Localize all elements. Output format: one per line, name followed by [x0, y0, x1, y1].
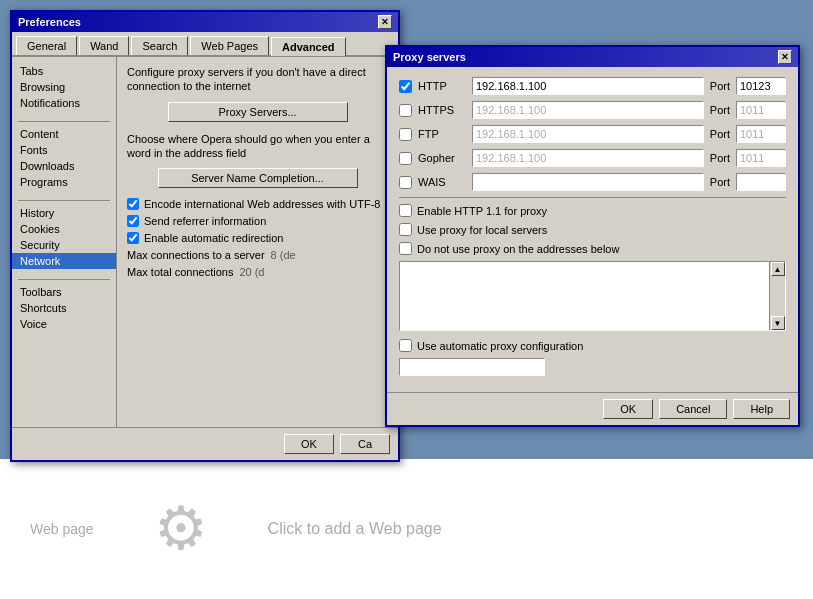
sidebar-item-network[interactable]: Network — [12, 253, 116, 269]
max-conn-server-label: Max connections to a server — [127, 249, 265, 261]
sidebar-item-toolbars[interactable]: Toolbars — [12, 284, 116, 300]
proxy-body: HTTP Port HTTPS Port FTP Port Gopher Por… — [387, 67, 798, 392]
proxy-ok-button[interactable]: OK — [603, 399, 653, 419]
preferences-footer: OK Ca — [12, 427, 398, 460]
proxy-http-checkbox[interactable] — [399, 80, 412, 93]
proxy-https-ip[interactable] — [472, 101, 704, 119]
proxy-ftp-port-label: Port — [710, 128, 730, 140]
preferences-sidebar: Tabs Browsing Notifications Content Font… — [12, 57, 117, 427]
sidebar-item-history[interactable]: History — [12, 205, 116, 221]
proxy-cancel-button[interactable]: Cancel — [659, 399, 727, 419]
proxy-servers-button[interactable]: Proxy Servers... — [168, 102, 348, 122]
proxy-title: Proxy servers — [393, 51, 466, 63]
proxy-https-checkbox[interactable] — [399, 104, 412, 117]
proxy-ftp-label: FTP — [418, 128, 466, 140]
proxy-auto-config-input-wrap — [399, 358, 786, 376]
proxy-row-http: HTTP Port — [399, 77, 786, 95]
proxy-http-port[interactable] — [736, 77, 786, 95]
checkbox-encode-label: Encode international Web addresses with … — [144, 198, 380, 210]
proxy-gopher-label: Gopher — [418, 152, 466, 164]
sidebar-separator-1 — [18, 121, 110, 122]
proxy-scrollbar: ▲ ▼ — [769, 262, 785, 330]
sidebar-item-programs[interactable]: Programs — [12, 174, 116, 190]
sidebar-group-2: Content Fonts Downloads Programs — [12, 126, 116, 190]
proxy-ftp-checkbox[interactable] — [399, 128, 412, 141]
proxy-gopher-port[interactable] — [736, 149, 786, 167]
web-page-label: Web page — [30, 521, 94, 537]
checkbox-encode: Encode international Web addresses with … — [127, 198, 388, 210]
proxy-no-proxy-input[interactable] — [400, 262, 769, 330]
proxy-auto-config-input[interactable] — [399, 358, 545, 376]
proxy-footer: OK Cancel Help — [387, 392, 798, 425]
preferences-ok-button[interactable]: OK — [284, 434, 334, 454]
proxy-wais-checkbox[interactable] — [399, 176, 412, 189]
tab-advanced[interactable]: Advanced — [271, 37, 346, 56]
max-conn-server-value: 8 (de — [271, 249, 296, 261]
sidebar-item-tabs[interactable]: Tabs — [12, 63, 116, 79]
proxy-wais-label: WAIS — [418, 176, 466, 188]
proxy-https-label: HTTPS — [418, 104, 466, 116]
proxy-noproxy-checkbox[interactable] — [399, 242, 412, 255]
server-name-completion-button[interactable]: Server Name Completion... — [158, 168, 358, 188]
proxy-no-proxy-area: ▲ ▼ — [399, 261, 786, 331]
sidebar-group-1: Tabs Browsing Notifications — [12, 63, 116, 111]
tab-web-pages[interactable]: Web Pages — [190, 36, 269, 55]
scroll-up-button[interactable]: ▲ — [771, 262, 785, 276]
max-conn-total-value: 20 (d — [239, 266, 264, 278]
max-conn-total-label: Max total connections — [127, 266, 233, 278]
proxy-row-https: HTTPS Port — [399, 101, 786, 119]
proxy-gopher-ip[interactable] — [472, 149, 704, 167]
sidebar-group-3: History Cookies Security Network — [12, 205, 116, 269]
bg-icon: ⚙ — [154, 499, 208, 559]
checkbox-referrer-input[interactable] — [127, 215, 139, 227]
proxy-wais-port-label: Port — [710, 176, 730, 188]
tab-general[interactable]: General — [16, 36, 77, 55]
proxy-divider — [399, 197, 786, 198]
proxy-auto-config-checkbox[interactable] — [399, 339, 412, 352]
proxy-https-port-label: Port — [710, 104, 730, 116]
sidebar-item-voice[interactable]: Voice — [12, 316, 116, 332]
tab-wand[interactable]: Wand — [79, 36, 129, 55]
proxy-noproxy-row: Do not use proxy on the addresses below — [399, 242, 786, 255]
sidebar-item-cookies[interactable]: Cookies — [12, 221, 116, 237]
proxy-wais-port[interactable] — [736, 173, 786, 191]
sidebar-item-fonts[interactable]: Fonts — [12, 142, 116, 158]
preferences-cancel-button[interactable]: Ca — [340, 434, 390, 454]
proxy-titlebar: Proxy servers ✕ — [387, 47, 798, 67]
sidebar-item-shortcuts[interactable]: Shortcuts — [12, 300, 116, 316]
sidebar-item-security[interactable]: Security — [12, 237, 116, 253]
preferences-close-button[interactable]: ✕ — [378, 15, 392, 29]
proxy-help-button[interactable]: Help — [733, 399, 790, 419]
proxy-gopher-checkbox[interactable] — [399, 152, 412, 165]
server-name-desc: Choose where Opera should go when you en… — [127, 132, 388, 161]
proxy-close-button[interactable]: ✕ — [778, 50, 792, 64]
proxy-row-gopher: Gopher Port — [399, 149, 786, 167]
bg-click-text[interactable]: Click to add a Web page — [268, 520, 442, 538]
proxy-http11-row: Enable HTTP 1.1 for proxy — [399, 204, 786, 217]
proxy-http-ip[interactable] — [472, 77, 704, 95]
sidebar-item-downloads[interactable]: Downloads — [12, 158, 116, 174]
proxy-https-port[interactable] — [736, 101, 786, 119]
proxy-auto-config-row: Use automatic proxy configuration — [399, 339, 786, 352]
proxy-local-row: Use proxy for local servers — [399, 223, 786, 236]
scroll-down-button[interactable]: ▼ — [771, 316, 785, 330]
sidebar-item-content[interactable]: Content — [12, 126, 116, 142]
sidebar-item-browsing[interactable]: Browsing — [12, 79, 116, 95]
proxy-ftp-ip[interactable] — [472, 125, 704, 143]
checkbox-referrer: Send referrer information — [127, 215, 388, 227]
preferences-title: Preferences — [18, 16, 81, 28]
sidebar-item-notifications[interactable]: Notifications — [12, 95, 116, 111]
proxy-row-ftp: FTP Port — [399, 125, 786, 143]
checkbox-redirect-input[interactable] — [127, 232, 139, 244]
proxy-http-label: HTTP — [418, 80, 466, 92]
proxy-http11-checkbox[interactable] — [399, 204, 412, 217]
proxy-gopher-port-label: Port — [710, 152, 730, 164]
proxy-wais-ip[interactable] — [472, 173, 704, 191]
tab-search[interactable]: Search — [131, 36, 188, 55]
proxy-http11-label: Enable HTTP 1.1 for proxy — [417, 205, 547, 217]
proxy-local-checkbox[interactable] — [399, 223, 412, 236]
checkbox-encode-input[interactable] — [127, 198, 139, 210]
sidebar-separator-2 — [18, 200, 110, 201]
background-area: Web page ⚙ Click to add a Web page — [0, 459, 813, 599]
proxy-ftp-port[interactable] — [736, 125, 786, 143]
